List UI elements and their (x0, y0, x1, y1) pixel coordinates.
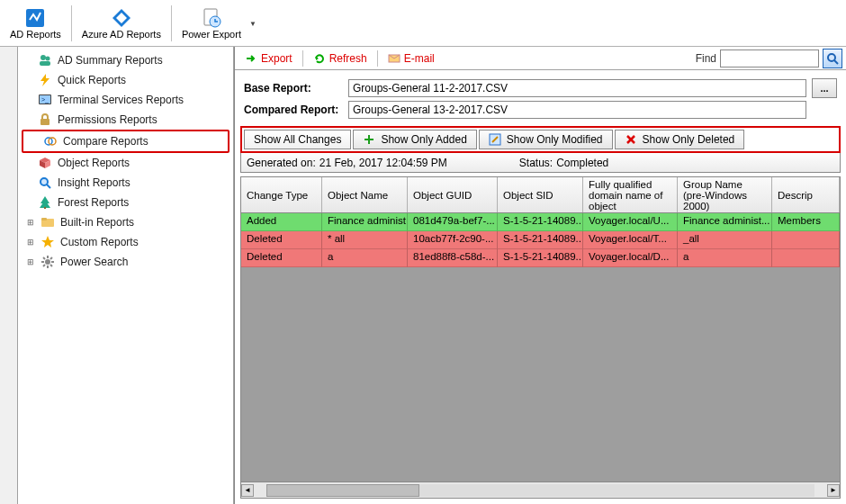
tree-item-quick-reports[interactable]: Quick Reports (18, 70, 233, 90)
find-button[interactable] (823, 49, 842, 68)
table-cell: Finance administ... (678, 213, 772, 231)
content-panel: Export Refresh E-mail Find Base (234, 47, 846, 504)
filter-deleted-button[interactable]: Show Only Deleted (615, 130, 745, 149)
tree-item-label: Object Reports (58, 157, 130, 169)
tree-panel: AD Summary ReportsQuick Reports>_Termina… (18, 47, 234, 504)
tree-item-insight-reports[interactable]: Insight Reports (18, 173, 233, 193)
power-export-button[interactable]: Power Export (176, 2, 248, 45)
table-cell: Voyager.local/U... (583, 213, 678, 231)
expand-icon[interactable]: ⊞ (25, 218, 35, 227)
divider (377, 50, 378, 67)
highlight-compare-reports: Compare Reports (22, 130, 230, 153)
table-cell: S-1-5-21-14089... (498, 231, 583, 249)
tree-item-label: AD Summary Reports (58, 54, 163, 67)
table-row[interactable]: Deleteda81ed88f8-c58d-...S-1-5-21-14089.… (241, 249, 840, 267)
tree-item-permissions-reports[interactable]: Permissions Reports (18, 110, 233, 130)
svg-text:>_: >_ (41, 96, 49, 104)
svg-rect-26 (44, 207, 46, 209)
horizontal-scrollbar[interactable]: ◄ ► (241, 482, 840, 498)
table-cell: a (678, 249, 772, 267)
scroll-right-icon[interactable]: ► (827, 484, 840, 497)
email-icon (388, 52, 400, 65)
tree-item-terminal-services-reports[interactable]: >_Terminal Services Reports (18, 90, 233, 110)
refresh-button[interactable]: Refresh (307, 50, 374, 68)
report-form: Base Report: Groups-General 11-2-2017.CS… (235, 70, 846, 124)
expand-icon[interactable]: ⊞ (25, 238, 35, 247)
tree-item-label: Custom Reports (60, 236, 139, 248)
side-tab[interactable]: List of Reports (0, 47, 18, 504)
filter-modified-button[interactable]: Show Only Modified (479, 130, 613, 149)
tree-item-custom-reports[interactable]: ⊞Custom Reports (18, 232, 233, 252)
folder-icon (40, 215, 55, 230)
magnify-icon (38, 176, 52, 190)
users-icon (38, 53, 52, 68)
cube-icon (38, 156, 52, 170)
tree-item-forest-reports[interactable]: Forest Reports (18, 193, 233, 212)
email-button[interactable]: E-mail (382, 50, 441, 68)
base-report-field[interactable]: Groups-General 11-2-2017.CSV (348, 79, 806, 97)
column-header[interactable]: Object SID (498, 177, 583, 212)
column-header[interactable]: Descrip (772, 177, 840, 212)
ad-reports-icon (24, 7, 46, 29)
table-row[interactable]: AddedFinance administ...081d479a-bef7-..… (241, 213, 840, 231)
delete-icon (625, 133, 637, 146)
terminal-icon: >_ (38, 93, 52, 107)
table-row[interactable]: Deleted* all10acb77f-2c90-...S-1-5-21-14… (241, 231, 840, 249)
power-export-label: Power Export (182, 29, 241, 40)
table-cell: Members (772, 213, 840, 231)
column-header[interactable]: Fully qualified domain name of object (583, 177, 678, 212)
table-cell: 10acb77f-2c90-... (408, 231, 498, 249)
main-toolbar: AD Reports Azure AD Reports Power Export… (0, 0, 846, 47)
table-cell: 81ed88f8-c58d-... (408, 249, 498, 267)
export-arrow-icon (245, 52, 257, 65)
scroll-left-icon[interactable]: ◄ (241, 484, 254, 497)
table-cell: Voyager.local/D... (583, 249, 678, 267)
filter-all-button[interactable]: Show All Changes (244, 130, 351, 149)
tree-item-label: Compare Reports (63, 135, 148, 148)
svg-line-37 (43, 265, 45, 266)
chevron-down-icon[interactable]: ▼ (249, 20, 256, 28)
refresh-label: Refresh (329, 52, 367, 65)
tree-item-compare-reports[interactable]: Compare Reports (23, 131, 228, 151)
column-header[interactable]: Change Type (241, 177, 322, 212)
svg-marker-12 (40, 74, 50, 86)
table-cell: S-1-5-21-14089... (498, 213, 583, 231)
tree-item-label: Insight Reports (58, 176, 130, 189)
generated-label: Generated on: (247, 157, 316, 169)
browse-button[interactable]: ... (812, 78, 837, 98)
svg-line-35 (43, 257, 45, 259)
compared-report-field[interactable]: Groups-General 13-2-2017.CSV (348, 101, 806, 119)
search-icon (826, 52, 839, 65)
table-cell: Voyager.local/T... (583, 231, 678, 249)
table-cell (772, 231, 840, 249)
tree-item-label: Forest Reports (58, 196, 129, 209)
tree-item-label: Built-in Reports (60, 216, 134, 229)
column-header[interactable]: Group Name (pre-Windows 2000) (678, 177, 772, 212)
azure-reports-button[interactable]: Azure AD Reports (76, 2, 167, 45)
tree-item-label: Permissions Reports (58, 113, 158, 126)
tree-item-built-in-reports[interactable]: ⊞Built-in Reports (18, 212, 233, 232)
tree-item-power-search[interactable]: ⊞Power Search (18, 252, 233, 272)
table-cell (772, 249, 840, 267)
gear-icon (40, 255, 55, 269)
expand-icon[interactable]: ⊞ (25, 257, 35, 266)
filter-added-button[interactable]: Show Only Added (353, 130, 476, 149)
tree-item-object-reports[interactable]: Object Reports (18, 153, 233, 173)
export-button[interactable]: Export (238, 50, 299, 68)
scroll-thumb[interactable] (266, 484, 419, 497)
grid-header: Change TypeObject NameObject GUIDObject … (241, 177, 840, 213)
svg-marker-29 (41, 236, 54, 248)
find-input[interactable] (720, 50, 819, 68)
generated-value: 21 Feb, 2017 12:04:59 PM (320, 157, 447, 169)
ad-reports-button[interactable]: AD Reports (4, 2, 68, 45)
svg-rect-16 (40, 119, 50, 125)
column-header[interactable]: Object GUID (408, 177, 498, 212)
svg-point-10 (46, 57, 50, 61)
plus-icon (363, 133, 375, 146)
column-header[interactable]: Object Name (322, 177, 408, 212)
tree-item-ad-summary-reports[interactable]: AD Summary Reports (18, 50, 233, 70)
find-label: Find (696, 52, 716, 65)
table-cell: Deleted (241, 249, 322, 267)
filter-deleted-label: Show Only Deleted (643, 133, 735, 146)
svg-rect-11 (40, 61, 50, 66)
